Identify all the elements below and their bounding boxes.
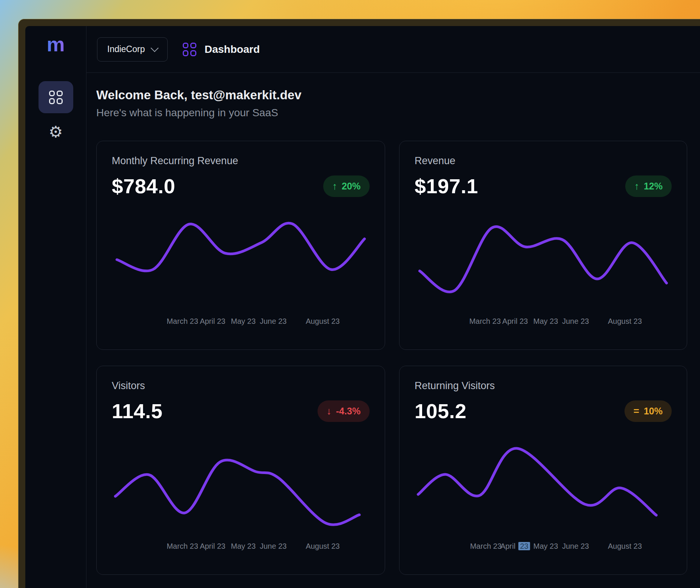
arrow-up-icon: ↑ (332, 180, 337, 192)
axis-tick-label: April23 (500, 542, 530, 551)
axis-tick-label: May 23 (533, 317, 558, 326)
axis-tick-label: May 23 (231, 542, 256, 551)
line-chart (112, 214, 370, 309)
axis-tick-label: April 23 (502, 317, 528, 326)
trend-value: 12% (644, 181, 663, 192)
x-axis: March 23April 23May 23June 23August 23 (112, 317, 370, 326)
visitors-chart: March 23April 23May 23June 23August 23 (112, 439, 370, 551)
org-switcher-button[interactable]: IndieCorp (97, 37, 168, 62)
trend-badge: ↑ 12% (625, 175, 672, 197)
card-returning-visitors: Returning Visitors 105.2 = 10% March 23A… (399, 366, 687, 575)
trend-value: -4.3% (336, 406, 361, 417)
returning-visitors-chart: March 23April23May 23June 23August 23 (415, 439, 672, 551)
metric-value: $197.1 (415, 174, 478, 198)
axis-tick-label: June 23 (562, 317, 589, 326)
axis-tick-label: August 23 (306, 542, 340, 551)
main-panel: Welcome Back, test@makerkit.dev Here's w… (86, 73, 700, 588)
trend-badge: = 10% (624, 400, 672, 422)
x-axis: March 23April23May 23June 23August 23 (415, 542, 672, 551)
trend-value: 10% (644, 406, 663, 417)
app-root: m ⚙ IndieCorp Dashboard (25, 26, 700, 588)
sidebar: m ⚙ (25, 26, 86, 588)
axis-tick-label: April 23 (200, 317, 225, 326)
axis-tick-label: March 23 (469, 317, 501, 326)
welcome-title: Welcome Back, test@makerkit.dev (96, 87, 688, 103)
axis-tick-label: March 23 (167, 542, 198, 551)
axis-tick-label: April 23 (200, 542, 225, 551)
card-title: Returning Visitors (415, 380, 672, 392)
x-axis: March 23April 23May 23June 23August 23 (415, 317, 672, 326)
chevron-down-icon (151, 44, 159, 52)
app-window: m ⚙ IndieCorp Dashboard (18, 19, 700, 588)
trend-badge: ↑ 20% (323, 175, 370, 197)
value-row: 114.5 ↓ -4.3% (112, 399, 370, 423)
axis-tick-label: May 23 (231, 317, 256, 326)
metric-value: 114.5 (112, 399, 163, 423)
card-monthly-recurring-revenue: Monthly Recurring Revenue $784.0 ↑ 20% M… (96, 141, 385, 350)
org-switcher-label: IndieCorp (107, 44, 145, 54)
trend-value: 20% (342, 181, 361, 192)
revenue-chart: March 23April 23May 23June 23August 23 (415, 214, 672, 326)
equals-icon: = (634, 405, 639, 417)
value-row: $784.0 ↑ 20% (112, 174, 370, 198)
axis-tick-label: June 23 (260, 542, 287, 551)
sidebar-item-dashboard[interactable] (39, 81, 73, 113)
top-bar: IndieCorp Dashboard (86, 26, 700, 73)
axis-tick-label: March 23 (167, 317, 198, 326)
welcome-subtitle: Here's what is happening in your SaaS (96, 106, 688, 120)
page-heading: Dashboard (183, 43, 260, 56)
card-title: Visitors (112, 380, 370, 392)
line-chart (415, 439, 672, 534)
settings-gear-icon[interactable]: ⚙ (49, 124, 63, 140)
axis-tick-label: June 23 (260, 317, 287, 326)
card-title: Revenue (415, 155, 672, 167)
value-row: 105.2 = 10% (415, 399, 672, 423)
selected-text: 23 (518, 542, 530, 550)
line-chart (415, 214, 672, 309)
value-row: $197.1 ↑ 12% (415, 174, 672, 198)
metric-value: $784.0 (112, 174, 175, 198)
trend-badge: ↓ -4.3% (318, 400, 370, 422)
line-chart (112, 439, 370, 534)
grid-icon (49, 91, 63, 104)
dashboard-grid-icon (183, 43, 196, 56)
x-axis: March 23April 23May 23June 23August 23 (112, 542, 370, 551)
arrow-down-icon: ↓ (327, 405, 331, 417)
axis-tick-label: August 23 (306, 317, 340, 326)
axis-tick-label: August 23 (608, 542, 642, 551)
metric-value: 105.2 (415, 399, 467, 423)
axis-tick-label: March 23 (470, 542, 501, 551)
mrr-chart: March 23April 23May 23June 23August 23 (112, 214, 370, 326)
axis-tick-label: May 23 (533, 542, 558, 551)
page-title: Dashboard (205, 43, 260, 55)
arrow-up-icon: ↑ (634, 180, 639, 192)
card-revenue: Revenue $197.1 ↑ 12% March 23April 23May… (399, 141, 687, 350)
axis-tick-label: August 23 (608, 317, 642, 326)
desktop-wallpaper: m ⚙ IndieCorp Dashboard (0, 0, 700, 588)
makerkit-logo: m (46, 34, 65, 55)
card-title: Monthly Recurring Revenue (112, 155, 370, 167)
card-visitors: Visitors 114.5 ↓ -4.3% March 23April 23M… (96, 366, 385, 575)
axis-tick-label: June 23 (562, 542, 589, 551)
content-area: IndieCorp Dashboard Welcome Back, test@m… (86, 26, 700, 588)
cards-grid: Monthly Recurring Revenue $784.0 ↑ 20% M… (96, 141, 688, 575)
